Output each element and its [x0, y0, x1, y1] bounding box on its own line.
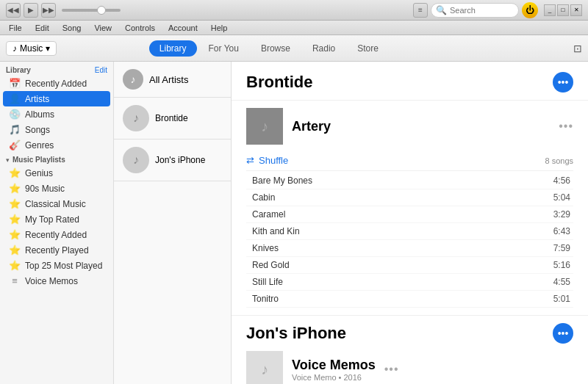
song-row[interactable]: Still Life 4:55: [246, 274, 573, 291]
progress-slider[interactable]: [62, 9, 121, 12]
nav-tab-store[interactable]: Store: [347, 40, 389, 57]
sidebar-item-songs[interactable]: 🎵 Songs: [0, 122, 113, 137]
restore-button[interactable]: □: [557, 4, 569, 16]
sidebar-item-label: My Top Rated: [25, 214, 79, 225]
song-name: Cabin: [246, 192, 553, 203]
sidebar-item-artists[interactable]: 👤 Artists: [3, 91, 110, 106]
shuffle-icon: ⇄: [246, 155, 254, 166]
song-row[interactable]: Red Gold 5:16: [246, 257, 573, 274]
artist-brontide[interactable]: ♪ Brontide: [114, 98, 231, 140]
airplay-icon[interactable]: ⊡: [573, 43, 582, 54]
menu-item-file[interactable]: File: [3, 22, 28, 34]
menu-item-edit[interactable]: Edit: [29, 22, 55, 34]
iphone-more-button[interactable]: •••: [553, 323, 573, 344]
nav-tab-radio[interactable]: Radio: [302, 40, 345, 57]
album-more-button[interactable]: •••: [559, 120, 573, 133]
songs-icon: 🎵: [9, 124, 21, 135]
album-header: ♪ Artery •••: [246, 108, 573, 145]
sidebar-item-recently-added-playlist[interactable]: ⭐ Recently Added: [0, 227, 113, 242]
nav-tab-library[interactable]: Library: [149, 40, 197, 57]
song-row[interactable]: Tonitro 5:01: [246, 291, 573, 308]
list-view-button[interactable]: ≡: [413, 3, 428, 18]
search-input[interactable]: [450, 6, 516, 15]
genius-icon: ⭐: [9, 167, 21, 178]
song-row[interactable]: Cabin 5:04: [246, 189, 573, 206]
brontide-title: Brontide: [246, 73, 312, 92]
playlist-arrow-icon: ▾: [6, 156, 10, 164]
song-row[interactable]: Knives 7:59: [246, 240, 573, 257]
sidebar-item-albums[interactable]: 💿 Albums: [0, 106, 113, 122]
minimize-button[interactable]: _: [544, 4, 556, 16]
iphone-title: Jon's iPhone: [246, 324, 346, 343]
sidebar-item-label: Artists: [25, 94, 49, 104]
genres-icon: 🎸: [9, 140, 21, 151]
prev-button[interactable]: ◀◀: [6, 3, 21, 18]
sidebar-item-label: Genres: [25, 140, 54, 151]
song-name: Caramel: [246, 209, 553, 220]
sidebar-item-classical-music[interactable]: ⭐ Classical Music: [0, 196, 113, 211]
power-button[interactable]: ⏻: [522, 2, 538, 18]
sidebar-item-top-25[interactable]: ⭐ Top 25 Most Played: [0, 258, 113, 273]
next-button[interactable]: ▶▶: [41, 3, 56, 18]
playlists-title: Music Playlists: [12, 156, 65, 164]
voice-memos-subtitle: Voice Memo • 2016: [292, 373, 376, 382]
recently-added-icon: 📅: [9, 78, 21, 89]
brontide-header: Brontide •••: [232, 62, 588, 101]
music-note-icon: ♪: [12, 43, 17, 54]
song-row[interactable]: Caramel 3:29: [246, 206, 573, 223]
sidebar-item-my-top-rated[interactable]: ⭐ My Top Rated: [0, 211, 113, 227]
menu-item-help[interactable]: Help: [205, 22, 234, 34]
sidebar-item-recently-played[interactable]: ⭐ Recently Played: [0, 242, 113, 258]
playback-controls: ◀◀ ▶ ▶▶: [6, 3, 56, 18]
menu-item-controls[interactable]: Controls: [119, 22, 161, 34]
jons-iphone-avatar: ♪: [123, 147, 149, 173]
song-row[interactable]: Kith and Kin 6:43: [246, 223, 573, 240]
sidebar-item-recently-added[interactable]: 📅 Recently Added: [0, 76, 113, 91]
90s-music-icon: ⭐: [9, 183, 21, 194]
search-box[interactable]: 🔍: [431, 3, 519, 18]
search-icon: 🔍: [436, 5, 447, 15]
song-name: Tonitro: [246, 294, 553, 304]
all-artists-label: All Artists: [149, 74, 188, 85]
sidebar-item-label: Recently Added: [25, 230, 87, 240]
nav-tab-browse[interactable]: Browse: [251, 40, 301, 57]
menu-item-song[interactable]: Song: [57, 22, 87, 34]
albums-icon: 💿: [9, 109, 21, 120]
sidebar-item-label: 90s Music: [25, 184, 65, 194]
library-edit[interactable]: Edit: [95, 66, 107, 74]
brontide-more-button[interactable]: •••: [553, 72, 573, 93]
sidebar-item-label: Genius: [25, 168, 53, 178]
album-art: ♪: [246, 108, 283, 145]
menu-item-account[interactable]: Account: [162, 22, 204, 34]
sidebar-item-90s-music[interactable]: ⭐ 90s Music: [0, 181, 113, 196]
main-layout: Library Edit 📅 Recently Added 👤 Artists …: [0, 62, 588, 384]
sidebar-item-voice-memos[interactable]: ≡ Voice Memos: [0, 273, 113, 289]
artist-list: ♪ All Artists ♪ Brontide ♪ Jon's iPhone: [114, 62, 232, 384]
nav-tab-for-you[interactable]: For You: [198, 40, 249, 57]
jons-iphone-section: Jon's iPhone ••• ♪ Voice Memos Voice Mem…: [232, 315, 588, 384]
sidebar-item-label: Songs: [25, 125, 50, 135]
menu-item-view[interactable]: View: [88, 22, 118, 34]
song-count: 8 songs: [545, 156, 573, 165]
song-duration: 7:59: [553, 243, 573, 253]
sidebar-item-label: Recently Added: [25, 79, 87, 89]
voice-memos-more-button[interactable]: •••: [384, 363, 399, 376]
recently-played-icon: ⭐: [9, 244, 21, 256]
close-button[interactable]: ✕: [570, 4, 582, 16]
play-button[interactable]: ▶: [24, 3, 38, 18]
source-label: Music: [20, 43, 43, 54]
song-duration: 5:16: [553, 260, 573, 270]
source-selector[interactable]: ♪ Music ▾: [6, 41, 57, 56]
song-duration: 4:55: [553, 277, 573, 287]
all-artists-item[interactable]: ♪ All Artists: [114, 62, 231, 98]
playlists-header[interactable]: ▾ Music Playlists: [0, 153, 113, 165]
album-title: Artery: [292, 119, 550, 134]
artist-jons-iphone[interactable]: ♪ Jon's iPhone: [114, 140, 231, 181]
nav-tabs: LibraryFor YouBrowseRadioStore: [149, 40, 389, 57]
library-section-header: Library Edit: [0, 62, 113, 76]
song-row[interactable]: Bare My Bones 4:56: [246, 173, 573, 189]
sidebar-item-genres[interactable]: 🎸 Genres: [0, 137, 113, 153]
artists-icon: 👤: [9, 93, 21, 104]
sidebar-item-genius[interactable]: ⭐ Genius: [0, 165, 113, 181]
shuffle-row[interactable]: ⇄ Shuffle 8 songs: [246, 151, 573, 171]
